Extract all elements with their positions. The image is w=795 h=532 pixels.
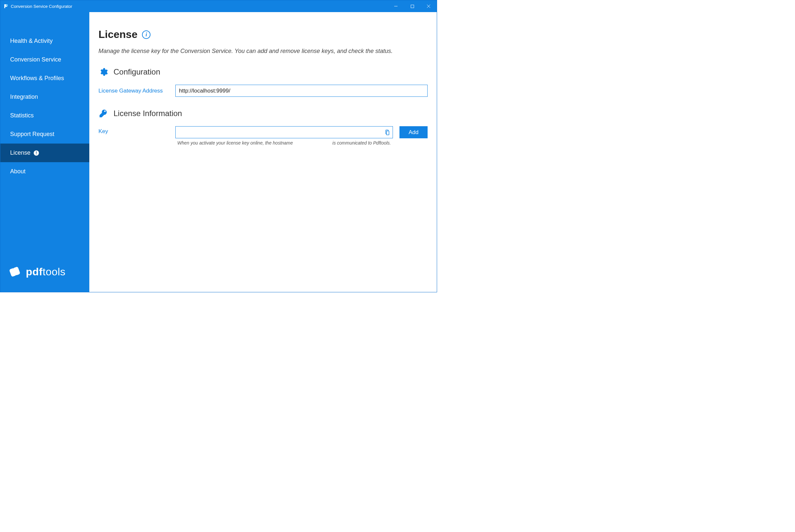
sidebar-item-label: Health & Activity <box>10 38 53 44</box>
license-key-input[interactable] <box>175 126 393 138</box>
gateway-address-input[interactable] <box>175 85 428 97</box>
sidebar-item-workflows-profiles[interactable]: Workflows & Profiles <box>0 69 89 88</box>
page-description: Manage the license key for the Conversio… <box>98 48 428 55</box>
maximize-button[interactable] <box>404 0 420 12</box>
main-content: License i Manage the license key for the… <box>89 12 437 292</box>
info-icon[interactable]: i <box>142 31 150 39</box>
sidebar-item-label: Workflows & Profiles <box>10 75 64 82</box>
app-icon <box>3 3 9 9</box>
sidebar-item-statistics[interactable]: Statistics <box>0 106 89 125</box>
sidebar-item-label: Integration <box>10 94 38 100</box>
sidebar-item-conversion-service[interactable]: Conversion Service <box>0 50 89 69</box>
license-information-section-title: License Information <box>113 109 182 118</box>
sidebar-item-label: Support Request <box>10 131 54 138</box>
sidebar-item-label: Statistics <box>10 112 34 119</box>
sidebar-item-about[interactable]: About <box>0 162 89 181</box>
sidebar-item-license[interactable]: License ! <box>0 144 89 162</box>
close-button[interactable] <box>420 0 437 12</box>
window-title: Conversion Service Configurator <box>11 4 388 9</box>
license-key-hint-right: is communicated to Pdftools. <box>332 140 391 146</box>
gear-icon <box>98 67 108 77</box>
sidebar-item-label: Conversion Service <box>10 56 61 63</box>
license-key-hint: When you activate your license key onlin… <box>175 138 393 146</box>
configuration-section-title: Configuration <box>113 68 160 77</box>
svg-rect-2 <box>411 5 414 8</box>
pdftools-logo-icon <box>7 265 22 279</box>
brand-logo: pdftools <box>0 265 89 292</box>
brand-logo-text: pdftools <box>26 266 66 278</box>
sidebar-item-health-activity[interactable]: Health & Activity <box>0 32 89 50</box>
sidebar: Health & Activity Conversion Service Wor… <box>0 12 89 292</box>
svg-point-0 <box>6 4 8 6</box>
key-icon <box>98 109 108 118</box>
sidebar-item-label: License <box>10 149 31 156</box>
alert-badge-icon: ! <box>34 150 39 156</box>
sidebar-item-label: About <box>10 168 25 175</box>
add-button[interactable]: Add <box>400 126 428 138</box>
license-key-hint-left: When you activate your license key onlin… <box>177 140 293 146</box>
page-title: License <box>98 28 137 41</box>
minimize-button[interactable] <box>388 0 404 12</box>
sidebar-item-integration[interactable]: Integration <box>0 88 89 106</box>
titlebar: Conversion Service Configurator <box>0 0 437 12</box>
gateway-address-label: License Gateway Address <box>98 88 169 94</box>
sidebar-item-support-request[interactable]: Support Request <box>0 125 89 144</box>
paste-icon[interactable] <box>384 129 390 136</box>
key-label: Key <box>98 126 169 135</box>
